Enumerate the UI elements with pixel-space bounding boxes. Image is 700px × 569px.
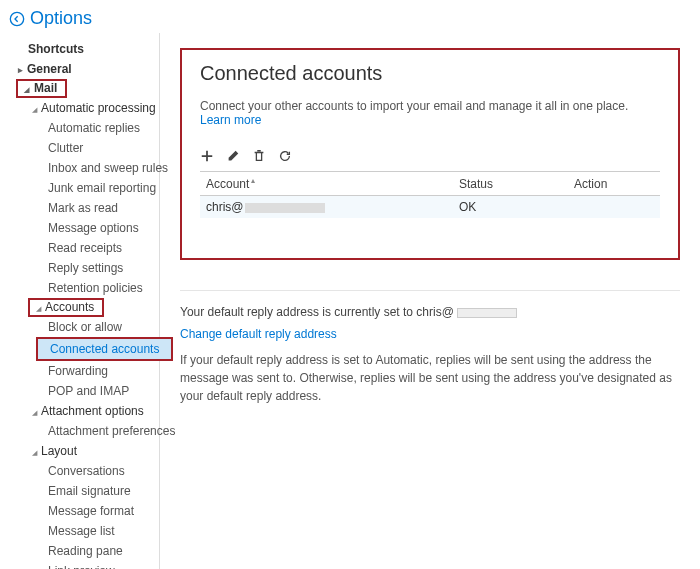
sidebar-clutter[interactable]: Clutter bbox=[10, 138, 159, 158]
sidebar-auto-processing[interactable]: Automatic processing bbox=[10, 98, 159, 118]
refresh-icon[interactable] bbox=[278, 149, 292, 163]
default-reply-section: Your default reply address is currently … bbox=[180, 290, 680, 405]
sidebar-attach-pref[interactable]: Attachment preferences bbox=[10, 421, 159, 441]
sidebar-connected-accounts[interactable]: Connected accounts bbox=[38, 339, 171, 359]
learn-more-link[interactable]: Learn more bbox=[200, 113, 261, 127]
cell-action bbox=[568, 196, 660, 219]
content-title: Connected accounts bbox=[200, 62, 660, 85]
add-icon[interactable] bbox=[200, 149, 214, 163]
sidebar-read-receipts[interactable]: Read receipts bbox=[10, 238, 159, 258]
back-icon[interactable] bbox=[8, 10, 26, 28]
delete-icon[interactable] bbox=[252, 149, 266, 163]
sidebar-mark-read[interactable]: Mark as read bbox=[10, 198, 159, 218]
edit-icon[interactable] bbox=[226, 149, 240, 163]
sidebar-forwarding[interactable]: Forwarding bbox=[10, 361, 159, 381]
sidebar-msg-list[interactable]: Message list bbox=[10, 521, 159, 541]
toolbar bbox=[200, 145, 660, 167]
sidebar-junk-report[interactable]: Junk email reporting bbox=[10, 178, 159, 198]
reply-help-text: If your default reply address is set to … bbox=[180, 351, 680, 405]
col-action[interactable]: Action bbox=[568, 172, 660, 196]
options-header: Options bbox=[0, 0, 700, 33]
cell-account: chris@ bbox=[200, 196, 453, 219]
content-area: Connected accounts Connect your other ac… bbox=[160, 33, 700, 569]
sidebar: Shortcuts General ◢Mail Automatic proces… bbox=[0, 33, 160, 569]
sidebar-msg-options[interactable]: Message options bbox=[10, 218, 159, 238]
content-desc: Connect your other accounts to import yo… bbox=[200, 99, 660, 127]
sidebar-link-preview[interactable]: Link preview bbox=[10, 561, 159, 569]
col-account[interactable]: Account▴ bbox=[200, 172, 453, 196]
sidebar-attach-options[interactable]: Attachment options bbox=[10, 401, 159, 421]
sidebar-conversations[interactable]: Conversations bbox=[10, 461, 159, 481]
sidebar-inbox-sweep[interactable]: Inbox and sweep rules bbox=[10, 158, 159, 178]
reply-note: Your default reply address is currently … bbox=[180, 305, 680, 319]
content-desc-text: Connect your other accounts to import yo… bbox=[200, 99, 628, 113]
sidebar-pop-imap[interactable]: POP and IMAP bbox=[10, 381, 159, 401]
sidebar-block-allow[interactable]: Block or allow bbox=[10, 317, 159, 337]
sidebar-accounts[interactable]: ◢Accounts bbox=[32, 297, 98, 317]
sidebar-general[interactable]: General bbox=[10, 59, 159, 79]
sort-indicator-icon: ▴ bbox=[251, 176, 255, 185]
sidebar-reading-pane[interactable]: Reading pane bbox=[10, 541, 159, 561]
change-reply-link[interactable]: Change default reply address bbox=[180, 327, 337, 341]
sidebar-accounts-label: Accounts bbox=[45, 300, 94, 314]
sidebar-email-sig[interactable]: Email signature bbox=[10, 481, 159, 501]
sidebar-retention[interactable]: Retention policies bbox=[10, 278, 159, 298]
sidebar-shortcuts[interactable]: Shortcuts bbox=[10, 39, 159, 59]
masked-email-reply bbox=[457, 308, 517, 318]
sidebar-layout[interactable]: Layout bbox=[10, 441, 159, 461]
col-status[interactable]: Status bbox=[453, 172, 568, 196]
sidebar-msg-format[interactable]: Message format bbox=[10, 501, 159, 521]
cell-status: OK bbox=[453, 196, 568, 219]
page-title: Options bbox=[30, 8, 92, 29]
accounts-table: Account▴ Status Action chris@ OK bbox=[200, 171, 660, 218]
table-row[interactable]: chris@ OK bbox=[200, 196, 660, 219]
sidebar-mail-label: Mail bbox=[34, 81, 57, 95]
masked-email bbox=[245, 203, 325, 213]
sidebar-mail[interactable]: ◢Mail bbox=[20, 78, 61, 98]
sidebar-reply-settings[interactable]: Reply settings bbox=[10, 258, 159, 278]
sidebar-auto-replies[interactable]: Automatic replies bbox=[10, 118, 159, 138]
svg-point-0 bbox=[10, 12, 23, 25]
